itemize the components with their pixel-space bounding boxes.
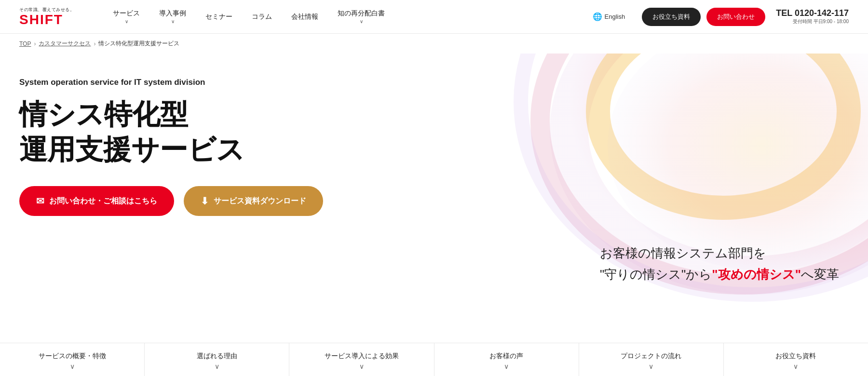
hero-title-line2: 運用支援サービス [19,134,244,165]
chevron-down-icon: ∨ [125,19,128,24]
hero-content: System operation service for IT system d… [0,54,434,245]
chevron-down-icon: ∨ [215,363,219,370]
hero-buttons: ✉ お問い合わせ・ご相談はこちら ⬇ サービス資料ダウンロード [19,186,415,216]
hero-right-text-accent: "攻めの情シス" [712,267,801,282]
tel-area: TEL 0120-142-117 受付時間 平日9:00 - 18:00 [776,8,849,25]
chevron-down-icon: ∨ [504,363,509,370]
nav-item-services[interactable]: サービス ∨ [103,9,149,24]
nav-item-company[interactable]: 会社情報 [282,13,328,21]
chevron-down-icon: ∨ [70,363,75,370]
bottom-nav-item-flow[interactable]: プロジェクトの流れ ∨ [579,343,724,376]
download-icon: ⬇ [201,195,209,207]
resource-button[interactable]: お役立ち資料 [642,8,701,26]
nav-item-column[interactable]: コラム [242,13,282,21]
bottom-nav-item-resources[interactable]: お役立ち資料 ∨ [724,343,868,376]
chevron-down-icon: ∨ [359,363,364,370]
logo-area[interactable]: その常識、覆えてみせる。 SHIFT [19,7,74,27]
bottom-nav: サービスの概要・特徴 ∨ 選ばれる理由 ∨ サービス導入による効果 ∨ お客様の… [0,343,868,376]
bottom-nav-item-reasons[interactable]: 選ばれる理由 ∨ [145,343,289,376]
mail-icon: ✉ [36,195,44,207]
breadcrumb-current: 情シス特化型運用支援サービス [98,40,179,48]
svg-point-2 [608,54,868,270]
tel-hours: 受付時間 平日9:00 - 18:00 [793,18,849,25]
hero-right-text-line2: "守りの情シス"から"攻めの情シス"へ変革 [600,264,839,285]
bottom-nav-item-effects[interactable]: サービス導入による効果 ∨ [289,343,434,376]
header-right: お役立ち資料 お問い合わせ TEL 0120-142-117 受付時間 平日9:… [642,8,849,26]
nav-item-knowledge[interactable]: 知の再分配白書 ∨ [328,9,394,24]
breadcrumb-customer-success[interactable]: カスタマーサクセス [39,40,91,48]
site-header: その常識、覆えてみせる。 SHIFT サービス ∨ 導入事例 ∨ セミナー コラ… [0,0,868,34]
breadcrumb-separator: › [34,40,36,47]
bottom-nav-item-overview[interactable]: サービスの概要・特徴 ∨ [0,343,145,376]
contact-header-button[interactable]: お問い合わせ [706,8,765,26]
nav-item-seminar[interactable]: セミナー [196,13,242,21]
chevron-down-icon: ∨ [649,363,653,370]
svg-point-1 [598,54,849,208]
chevron-down-icon: ∨ [793,363,798,370]
hero-right-text-line1: お客様の情報システム部門を [600,242,839,264]
download-button[interactable]: ⬇ サービス資料ダウンロード [184,186,323,216]
hero-section: System operation service for IT system d… [0,54,868,343]
language-button[interactable]: 🌐 English [585,12,633,21]
breadcrumb-separator: › [94,40,95,47]
breadcrumb: TOP › カスタマーサクセス › 情シス特化型運用支援サービス [0,34,868,54]
globe-icon: 🌐 [593,12,602,21]
hero-title: 情シス特化型 運用支援サービス [19,97,415,167]
hero-title-line1: 情シス特化型 [19,98,188,130]
bottom-nav-item-voices[interactable]: お客様の声 ∨ [434,343,579,376]
hero-right-text-before: "守りの情シス"から [600,267,712,282]
breadcrumb-top[interactable]: TOP [19,40,31,47]
hero-right-text-after: へ変革 [801,267,839,282]
chevron-down-icon: ∨ [360,19,363,24]
chevron-down-icon: ∨ [171,19,175,24]
logo-text: SHIFT [19,13,74,27]
hero-subtitle: System operation service for IT system d… [19,78,415,87]
hero-right-text: お客様の情報システム部門を "守りの情シス"から"攻めの情シス"へ変革 [600,242,839,285]
tel-number: TEL 0120-142-117 [776,8,849,18]
main-nav: サービス ∨ 導入事例 ∨ セミナー コラム 会社情報 知の再分配白書 ∨ [103,9,585,24]
nav-item-cases[interactable]: 導入事例 ∨ [149,9,196,24]
inquiry-button[interactable]: ✉ お問い合わせ・ご相談はこちら [19,186,174,216]
hero-decoration [473,54,868,343]
